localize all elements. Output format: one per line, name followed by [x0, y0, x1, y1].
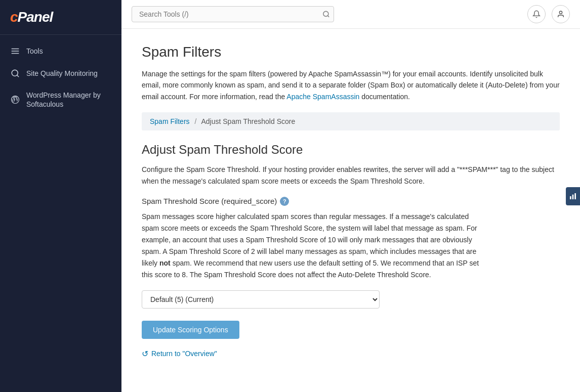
apache-spamassassin-link[interactable]: Apache SpamAssassin — [286, 93, 359, 101]
sidebar-item-site-quality[interactable]: Site Quality Monitoring — [0, 62, 121, 84]
site-quality-icon — [10, 68, 20, 78]
field-desc-bold: not — [159, 259, 171, 267]
breadcrumb-parent-link[interactable]: Spam Filters — [150, 117, 190, 125]
page-title: Spam Filters — [142, 44, 560, 60]
svg-line-4 — [17, 75, 18, 76]
return-icon: ↺ — [142, 349, 148, 359]
breadcrumb-separator: / — [194, 117, 196, 125]
user-icon — [557, 10, 565, 18]
right-side-panel[interactable] — [566, 187, 580, 205]
svg-rect-10 — [572, 194, 574, 199]
help-icon[interactable]: ? — [280, 197, 289, 206]
user-menu-button[interactable] — [552, 5, 570, 23]
update-scoring-options-button[interactable]: Update Scoring Options — [142, 321, 239, 339]
field-desc-part2: spam. We recommend that new users use th… — [142, 259, 479, 279]
svg-rect-11 — [574, 193, 576, 199]
sidebar: cPanel Tools Site Quality Monitoring — [0, 0, 121, 392]
cpanel-logo: cPanel — [10, 9, 111, 25]
search-button[interactable] — [322, 11, 330, 18]
breadcrumb: Spam Filters / Adjust Spam Threshold Sco… — [142, 112, 560, 130]
sidebar-navigation: Tools Site Quality Monitoring WordPress … — [0, 35, 121, 120]
tools-icon — [10, 46, 20, 56]
sidebar-logo: cPanel — [0, 0, 121, 35]
return-link-label: Return to "Overview" — [151, 350, 217, 358]
main-area: Spam Filters Manage the settings for the… — [121, 0, 580, 392]
sidebar-item-tools[interactable]: Tools — [0, 40, 121, 62]
search-input[interactable] — [132, 6, 334, 22]
svg-point-8 — [559, 11, 562, 14]
chart-icon — [569, 192, 577, 200]
bell-icon — [532, 10, 541, 18]
sidebar-wordpress-label: WordPress Manager by Softaculous — [26, 91, 111, 109]
wordpress-icon — [10, 95, 20, 105]
svg-point-6 — [323, 11, 328, 16]
search-container — [132, 6, 334, 22]
section-description: Configure the Spam Score Threshold. If y… — [142, 164, 560, 187]
sidebar-tools-label: Tools — [26, 47, 43, 56]
breadcrumb-current: Adjust Spam Threshold Score — [201, 117, 295, 125]
svg-line-7 — [327, 16, 329, 17]
spam-threshold-score-select[interactable]: Default (5) (Current) 2 3 4 5 6 7 8 10 — [142, 290, 380, 309]
sidebar-site-quality-label: Site Quality Monitoring — [26, 69, 98, 78]
field-description: Spam messages score higher calculated sp… — [142, 211, 486, 281]
sidebar-item-wordpress[interactable]: WordPress Manager by Softaculous — [0, 84, 121, 115]
field-label-row: Spam Threshold Score (required_score) ? — [142, 197, 560, 206]
intro-text-part2: documentation. — [359, 93, 410, 101]
field-label-text: Spam Threshold Score (required_score) — [142, 197, 277, 205]
topbar — [121, 0, 580, 29]
intro-text: Manage the settings for the spam filters… — [142, 68, 560, 102]
content-area: Spam Filters Manage the settings for the… — [121, 29, 580, 392]
section-title: Adjust Spam Threshold Score — [142, 143, 560, 157]
return-overview-link[interactable]: ↺ Return to "Overview" — [142, 349, 560, 359]
svg-rect-9 — [570, 196, 571, 199]
notifications-button[interactable] — [527, 5, 546, 23]
